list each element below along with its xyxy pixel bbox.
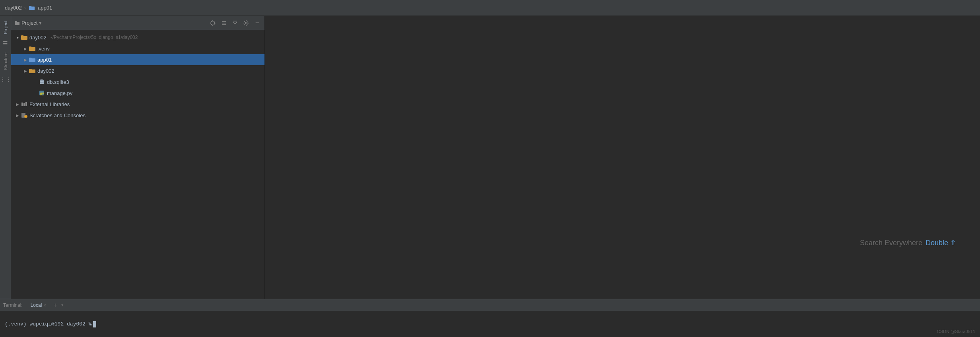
tree-item-day002-sub[interactable]: ▶ day002	[11, 65, 264, 76]
watermark: CSDN @Stara0511	[937, 329, 975, 334]
side-strip-icon-1[interactable]: ☰	[1, 39, 10, 48]
svg-point-2	[211, 21, 215, 25]
tree-item-venv[interactable]: ▶ .venv	[11, 43, 264, 54]
project-icon	[14, 21, 20, 25]
title-project: day002	[5, 5, 22, 11]
chevron-venv: ▶	[22, 45, 29, 52]
folder-icon	[29, 6, 35, 10]
side-strip-project[interactable]: Project	[3, 17, 8, 37]
folder-icon-venv	[29, 45, 36, 52]
folder-icon-day002-sub	[29, 67, 36, 74]
terminal-tab-close[interactable]: ×	[43, 303, 46, 308]
db-icon	[38, 78, 45, 85]
chevron-day002-sub: ▶	[22, 68, 29, 74]
side-strip: Project ☰ Structure ⋮⋮	[0, 16, 11, 299]
close-panel-tool[interactable]: −	[253, 19, 261, 27]
main-content: Project ☰ Structure ⋮⋮ Project ▾	[0, 16, 980, 299]
svg-point-16	[40, 83, 44, 84]
path-day002: ~/PycharmProjects/5x_django_s1/day002	[50, 35, 138, 40]
panel-title: Project ▾	[14, 20, 42, 26]
terminal-tab-local[interactable]: Local ×	[27, 300, 49, 310]
folder-icon-app01	[29, 56, 36, 63]
side-strip-icon-2[interactable]: ⋮⋮	[1, 75, 10, 84]
title-separator: ›	[24, 5, 26, 11]
terminal-label: Terminal:	[3, 302, 23, 308]
py-icon: py	[38, 89, 45, 97]
settings-tool[interactable]	[242, 19, 250, 27]
title-file: app01	[38, 5, 52, 11]
svg-rect-1	[15, 21, 17, 22]
project-panel: Project ▾	[11, 16, 265, 299]
terminal-cursor	[93, 321, 96, 327]
tree-item-app01[interactable]: ▶ app01	[11, 54, 264, 65]
ext-libs-icon	[21, 101, 28, 108]
tree-item-manage[interactable]: ▶ py manage.py	[11, 87, 264, 99]
editor-area: Search Everywhere Double ⇧	[265, 16, 980, 299]
panel-header: Project ▾	[11, 16, 264, 30]
terminal-tabs: Terminal: Local × + ▾	[0, 299, 980, 311]
terminal-prompt: (.venv) wupeiqi@192 day002 %	[5, 321, 91, 327]
svg-rect-19	[21, 103, 23, 106]
tree-view: ▾ day002 ~/PycharmProjects/5x_django_s1/…	[11, 30, 264, 299]
title-bar: day002 › app01	[0, 0, 980, 16]
svg-rect-21	[25, 102, 27, 106]
scratches-icon	[21, 112, 28, 119]
svg-rect-0	[15, 22, 19, 25]
terminal-content: (.venv) wupeiqi@192 day002 %	[0, 311, 980, 337]
panel-tools: −	[209, 19, 261, 27]
label-manage: manage.py	[47, 90, 72, 96]
collapse-all-tool[interactable]	[220, 19, 228, 27]
search-hint-text: Search Everywhere	[860, 239, 922, 247]
svg-rect-20	[23, 103, 25, 106]
folder-icon-day002	[21, 34, 28, 41]
chevron-app01: ▶	[22, 56, 29, 63]
search-hint-key: Double ⇧	[926, 238, 956, 247]
tree-item-day002-root[interactable]: ▾ day002 ~/PycharmProjects/5x_django_s1/…	[11, 32, 264, 43]
label-app01: app01	[37, 57, 52, 63]
chevron-scratches: ▶	[14, 112, 21, 118]
label-day002-sub: day002	[37, 68, 54, 74]
label-venv: .venv	[37, 46, 50, 52]
chevron-ext-libs: ▶	[14, 101, 21, 107]
label-ext-libs: External Libraries	[29, 101, 70, 107]
label-day002: day002	[29, 35, 47, 41]
terminal-add-button[interactable]: +	[51, 301, 60, 310]
tree-item-db[interactable]: ▶ db.sqlite3	[11, 76, 264, 87]
tree-item-scratches[interactable]: ▶ Scratches and Consoles	[11, 110, 264, 121]
terminal-dropdown[interactable]: ▾	[61, 302, 64, 308]
label-scratches: Scratches and Consoles	[29, 112, 86, 118]
chevron-day002: ▾	[14, 34, 21, 41]
terminal-area: Terminal: Local × + ▾ (.venv) wupeiqi@19…	[0, 299, 980, 337]
side-strip-structure[interactable]: Structure	[3, 49, 8, 74]
label-db: db.sqlite3	[47, 79, 69, 85]
svg-point-11	[245, 22, 247, 24]
terminal-tab-name: Local	[31, 302, 42, 308]
expand-tool[interactable]	[231, 19, 239, 27]
tree-item-ext-libs[interactable]: ▶ External Libraries	[11, 99, 264, 110]
search-hint: Search Everywhere Double ⇧	[860, 238, 956, 247]
svg-text:py: py	[40, 92, 44, 95]
locate-tool[interactable]	[209, 19, 217, 27]
